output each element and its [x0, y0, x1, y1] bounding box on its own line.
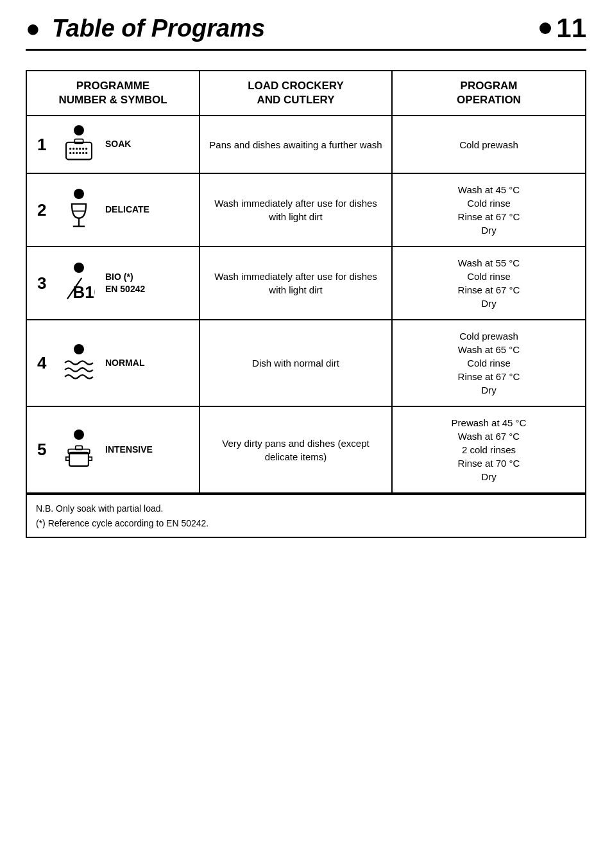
operation-cell-5: Prewash at 45 °C Wash at 67 °C 2 cold ri… — [393, 407, 585, 492]
table-row: 5 INTENSIVE Very dirty pans and dish — [27, 407, 585, 494]
svg-point-12 — [85, 148, 87, 150]
prog-label-4: NORMAL — [101, 357, 189, 370]
prog-dot-3 — [74, 263, 84, 273]
svg-text:B10: B10 — [73, 283, 95, 301]
prog-number-5: 5 — [37, 438, 56, 461]
prog-icon-area-3: B10 — [56, 263, 101, 304]
svg-point-13 — [85, 152, 87, 154]
programme-cell-4: 4 NORMAL — [27, 320, 200, 406]
delicate-icon — [67, 202, 90, 231]
operation-cell-4: Cold prewash Wash at 65 °C Cold rinse Ri… — [393, 320, 585, 406]
programs-table: PROGRAMMENUMBER & SYMBOL LOAD CROCKERYAN… — [26, 70, 586, 538]
table-header-row: PROGRAMMENUMBER & SYMBOL LOAD CROCKERYAN… — [27, 71, 585, 116]
svg-point-7 — [69, 152, 71, 154]
prog-number-3: 3 — [37, 272, 56, 295]
prog-label-5: INTENSIVE — [101, 444, 189, 456]
col-header-load: LOAD CROCKERYAND CUTLERY — [200, 71, 393, 115]
prog-number-4: 4 — [37, 351, 56, 374]
svg-point-5 — [79, 148, 81, 150]
prog-dot-1 — [74, 125, 84, 135]
prog-dot-2 — [74, 189, 84, 199]
table-row: 1 — [27, 116, 585, 174]
bio-icon: B10 — [63, 275, 95, 304]
load-cell-2: Wash immediately after use for dishes wi… — [200, 174, 393, 246]
prog-number-2: 2 — [37, 198, 56, 221]
table-row: 4 NORMAL Dish with normal dirt Cold prew… — [27, 320, 585, 407]
programme-cell-3: 3 B10 BIO (*) EN 50242 — [27, 247, 200, 319]
prog-dot-5 — [74, 430, 84, 440]
svg-point-6 — [82, 148, 84, 150]
note-1: N.B. Only soak with partial load. — [36, 501, 576, 516]
svg-point-9 — [76, 152, 78, 154]
col-header-operation: PROGRAMOPERATION — [393, 71, 585, 115]
prog-label-3: BIO (*) EN 50242 — [101, 271, 189, 296]
svg-point-4 — [76, 148, 78, 150]
intensive-icon — [65, 442, 93, 471]
table-row: 2 DELICATE Wash immediately after use fo… — [27, 174, 585, 247]
operation-cell-1: Cold prewash — [393, 116, 585, 173]
operation-cell-2: Wash at 45 °C Cold rinse Rinse at 67 °C … — [393, 174, 585, 246]
programme-cell-1: 1 — [27, 116, 200, 173]
normal-icon — [62, 357, 96, 383]
col-header-programme: PROGRAMMENUMBER & SYMBOL — [27, 71, 200, 115]
programme-cell-5: 5 INTENSIVE — [27, 407, 200, 492]
prog-dot-4 — [74, 344, 84, 354]
page-bullet — [540, 22, 551, 34]
title-bullet: ● — [26, 15, 40, 42]
svg-point-10 — [79, 152, 81, 154]
operation-cell-3: Wash at 55 °C Cold rinse Rinse at 67 °C … — [393, 247, 585, 319]
note-2: (*) Reference cycle according to EN 5024… — [36, 516, 576, 530]
prog-number-1: 1 — [37, 133, 56, 156]
soak-icon — [63, 138, 95, 164]
load-cell-1: Pans and dishes awaiting a further wash — [200, 116, 393, 173]
prog-icon-area-4 — [56, 344, 101, 383]
prog-label-2: DELICATE — [101, 204, 189, 216]
load-cell-3: Wash immediately after use for dishes wi… — [200, 247, 393, 319]
title-area: ● Table of Programs — [26, 15, 265, 42]
page-header: ● Table of Programs 11 — [26, 13, 586, 51]
prog-icon-area-5 — [56, 430, 101, 471]
prog-label-1: SOAK — [101, 138, 189, 151]
prog-icon-area-2 — [56, 189, 101, 231]
page-number: 11 — [556, 13, 586, 44]
svg-rect-0 — [66, 143, 92, 160]
svg-point-8 — [72, 152, 74, 154]
prog-icon-area-1 — [56, 125, 101, 164]
svg-point-2 — [69, 148, 71, 150]
load-cell-5: Very dirty pans and dishes (except delic… — [200, 407, 393, 492]
svg-point-11 — [82, 152, 84, 154]
table-row: 3 B10 BIO (*) EN 50242 Wash immediately … — [27, 247, 585, 320]
svg-point-3 — [72, 148, 74, 150]
table-notes: N.B. Only soak with partial load. (*) Re… — [27, 494, 585, 537]
programme-cell-2: 2 DELICATE — [27, 174, 200, 246]
page-title: Table of Programs — [52, 15, 265, 42]
page-number-area: 11 — [540, 13, 586, 44]
svg-rect-19 — [69, 453, 89, 466]
load-cell-4: Dish with normal dirt — [200, 320, 393, 406]
